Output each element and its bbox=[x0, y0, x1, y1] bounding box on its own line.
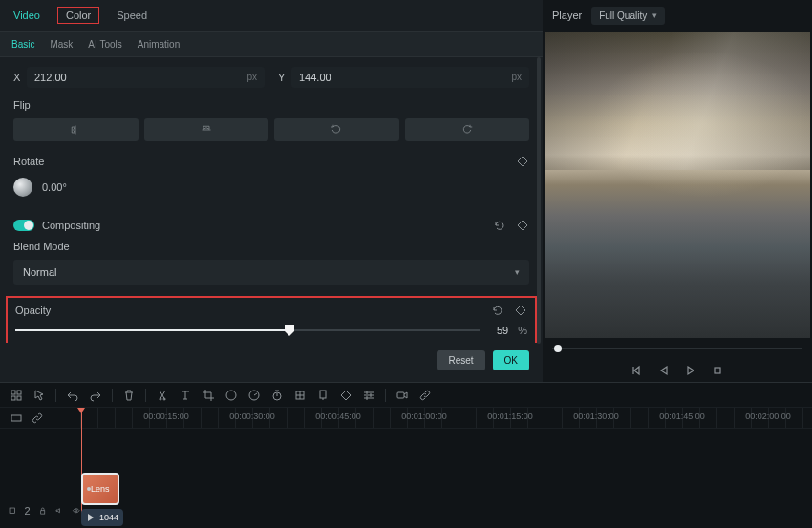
clip-lens[interactable]: Lens bbox=[81, 473, 119, 505]
x-value: 212.00 bbox=[34, 72, 67, 83]
circle-icon[interactable] bbox=[224, 389, 238, 402]
quality-select[interactable]: Full Quality ▾ bbox=[591, 7, 665, 25]
scrub-bar[interactable] bbox=[552, 344, 802, 353]
reset-button[interactable]: Reset bbox=[437, 350, 484, 370]
chevron-down-icon: ▾ bbox=[515, 267, 520, 277]
prev-frame-button[interactable] bbox=[630, 364, 644, 377]
stop-button[interactable] bbox=[711, 364, 724, 377]
opacity-keyframe-icon[interactable] bbox=[514, 304, 527, 317]
lock-icon[interactable] bbox=[38, 504, 47, 517]
ruler-label: 00:00:30:00 bbox=[229, 412, 275, 421]
blendmode-select[interactable]: Normal ▾ bbox=[13, 260, 529, 285]
rotate-knob[interactable] bbox=[13, 178, 32, 197]
layer-number: 2 bbox=[24, 505, 30, 517]
crop-icon[interactable] bbox=[202, 389, 215, 402]
rotate-keyframe-button[interactable] bbox=[516, 155, 529, 168]
subtab-mask[interactable]: Mask bbox=[50, 39, 73, 50]
y-unit: px bbox=[511, 72, 522, 83]
opacity-slider[interactable] bbox=[15, 329, 480, 331]
redo-icon[interactable] bbox=[89, 389, 102, 402]
svg-rect-4 bbox=[17, 396, 21, 400]
adjust-icon[interactable] bbox=[362, 389, 375, 402]
svg-rect-12 bbox=[10, 508, 14, 513]
x-label: X bbox=[13, 72, 27, 83]
player-label: Player bbox=[552, 10, 582, 21]
subtab-animation[interactable]: Animation bbox=[138, 39, 180, 50]
opacity-reset-icon[interactable] bbox=[491, 304, 504, 317]
rotate-cw-button[interactable] bbox=[405, 118, 530, 141]
text-icon[interactable] bbox=[179, 389, 192, 402]
split-icon[interactable] bbox=[156, 389, 169, 402]
tab-speed[interactable]: Speed bbox=[117, 10, 147, 21]
rotate-cw-icon bbox=[461, 124, 473, 136]
panel-body: X 212.00 px Y 144.00 px Flip bbox=[0, 57, 543, 343]
flip-vertical-icon bbox=[201, 124, 212, 136]
svg-rect-9 bbox=[320, 391, 326, 398]
compositing-keyframe-icon[interactable] bbox=[516, 219, 529, 232]
preview-panel: Player Full Quality ▾ bbox=[543, 0, 812, 382]
y-label: Y bbox=[278, 72, 291, 83]
eye-icon[interactable] bbox=[72, 504, 80, 517]
rotate-value: 0.00° bbox=[42, 181, 67, 193]
tool-grid-icon[interactable] bbox=[10, 389, 23, 402]
ruler-label: 00:01:45:00 bbox=[659, 412, 705, 421]
marker-icon[interactable] bbox=[316, 389, 330, 402]
color-icon[interactable] bbox=[293, 389, 307, 402]
track-header: 2 bbox=[0, 429, 80, 528]
ruler-link-icon[interactable] bbox=[31, 412, 44, 425]
speed-icon[interactable] bbox=[247, 389, 261, 402]
timeline: 00:00:15:00 00:00:30:00 00:00:45:00 00:0… bbox=[0, 382, 812, 528]
tool-pointer-icon[interactable] bbox=[32, 389, 46, 402]
properties-panel: Video Color Speed Basic Mask AI Tools An… bbox=[0, 0, 543, 382]
keyframe-tool-icon[interactable] bbox=[339, 389, 353, 402]
x-unit: px bbox=[246, 72, 257, 83]
svg-point-5 bbox=[226, 391, 236, 400]
ok-button[interactable]: OK bbox=[493, 350, 529, 370]
x-input[interactable]: 212.00 px bbox=[27, 67, 265, 88]
play-button[interactable] bbox=[684, 364, 697, 377]
blendmode-value: Normal bbox=[23, 266, 56, 278]
clip-video[interactable]: 1044 bbox=[81, 509, 123, 526]
compositing-toggle[interactable] bbox=[13, 220, 34, 231]
play-reverse-button[interactable] bbox=[657, 364, 671, 377]
flip-horizontal-button[interactable] bbox=[13, 118, 139, 141]
svg-rect-13 bbox=[40, 511, 44, 514]
svg-rect-3 bbox=[11, 396, 15, 400]
ruler-label: 00:02:00:00 bbox=[745, 412, 791, 421]
rotate-ccw-button[interactable] bbox=[274, 118, 399, 141]
timeline-ruler[interactable]: 00:00:15:00 00:00:30:00 00:00:45:00 00:0… bbox=[0, 408, 812, 429]
video-preview[interactable] bbox=[545, 32, 810, 338]
clip-video-label: 1044 bbox=[99, 513, 118, 522]
opacity-slider-thumb[interactable] bbox=[285, 325, 294, 336]
layer-icon[interactable] bbox=[8, 504, 16, 517]
quality-value: Full Quality bbox=[599, 11, 647, 21]
timer-icon[interactable] bbox=[270, 389, 284, 402]
svg-rect-11 bbox=[11, 415, 21, 421]
opacity-unit: % bbox=[518, 325, 527, 336]
tab-color[interactable]: Color bbox=[57, 7, 99, 24]
link-icon[interactable] bbox=[418, 389, 432, 402]
delete-icon[interactable] bbox=[122, 389, 136, 402]
undo-icon[interactable] bbox=[66, 389, 79, 402]
timeline-toolbar bbox=[0, 383, 812, 408]
compositing-reset-icon[interactable] bbox=[493, 219, 506, 232]
tab-video[interactable]: Video bbox=[13, 10, 40, 21]
mute-icon[interactable] bbox=[54, 504, 63, 517]
svg-rect-10 bbox=[397, 392, 404, 398]
svg-rect-2 bbox=[17, 391, 21, 394]
sub-tabs: Basic Mask AI Tools Animation bbox=[0, 31, 543, 57]
scrub-thumb[interactable] bbox=[554, 345, 562, 352]
record-icon[interactable] bbox=[395, 389, 409, 402]
scrollbar[interactable] bbox=[537, 57, 541, 344]
compositing-label: Compositing bbox=[42, 220, 100, 231]
track-content[interactable]: Lens 1044 bbox=[80, 429, 812, 528]
subtab-ai-tools[interactable]: AI Tools bbox=[88, 39, 121, 50]
flip-vertical-button[interactable] bbox=[144, 118, 269, 141]
flip-horizontal-icon bbox=[70, 124, 81, 136]
subtab-basic[interactable]: Basic bbox=[11, 39, 34, 50]
ruler-label: 00:01:15:00 bbox=[487, 412, 533, 421]
ruler-clip-icon[interactable] bbox=[10, 412, 23, 425]
flip-label: Flip bbox=[13, 99, 529, 111]
rotate-ccw-icon bbox=[331, 124, 342, 136]
y-input[interactable]: 144.00 px bbox=[291, 67, 529, 88]
